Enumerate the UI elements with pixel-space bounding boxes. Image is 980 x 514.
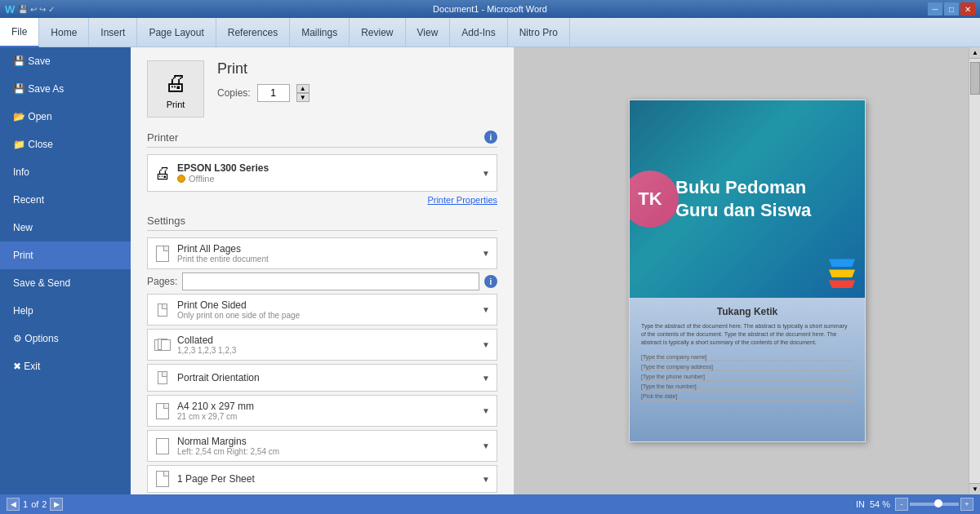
cover-field-phone: [Type the phone number]: [641, 373, 853, 381]
status-left: ◀ 1 of 2 ▶: [7, 498, 849, 511]
print-button[interactable]: 🖨 Print: [147, 60, 204, 117]
chevron-red: [829, 280, 855, 288]
quick-access-icons: 💾 ↩ ↪ ✓: [18, 5, 54, 14]
printer-info-icon[interactable]: i: [484, 131, 497, 144]
cover-abstract: Type the abstract of the document here. …: [641, 322, 853, 346]
paper-icon: [154, 403, 171, 419]
tab-page-layout[interactable]: Page Layout: [137, 18, 216, 47]
minimize-button[interactable]: ─: [928, 2, 942, 16]
copies-down-button[interactable]: ▼: [296, 93, 310, 102]
current-page: 1: [23, 499, 28, 509]
status-bar: ◀ 1 of 2 ▶ IN 54 % - +: [0, 494, 980, 514]
cover-emblem: [829, 259, 855, 288]
print-panel: 🖨 Print Print Copies: ▲ ▼ Printer i: [131, 47, 514, 494]
print-header-area: 🖨 Print Print Copies: ▲ ▼: [147, 60, 497, 117]
orientation-main: Portrait Orientation: [177, 372, 490, 383]
sidebar-item-close[interactable]: 📁 Close: [0, 131, 131, 158]
printer-section-label: Printer: [147, 131, 178, 144]
printer-properties-link[interactable]: Printer Properties: [147, 195, 497, 205]
right-scrollbar[interactable]: ▲ ▼: [969, 47, 980, 494]
sidebar-item-open[interactable]: 📂 Open: [0, 103, 131, 131]
main-area: 💾 Save 💾 Save As 📂 Open 📁 Close Info Rec…: [0, 47, 980, 494]
sidebar-item-options[interactable]: ⚙ Options: [0, 325, 131, 352]
pages-per-sheet-selector[interactable]: 1 Page Per Sheet ▼: [147, 465, 497, 493]
duplex-text: Print One Sided Only print on one side o…: [177, 299, 490, 320]
tab-review[interactable]: Review: [350, 18, 405, 47]
pages-per-sheet-main: 1 Page Per Sheet: [177, 473, 490, 485]
pages-per-sheet-icon: [154, 471, 171, 487]
scroll-down-button[interactable]: ▼: [969, 483, 980, 494]
printer-selector[interactable]: 🖨 EPSON L300 Series Offline ▼: [147, 154, 497, 192]
print-range-selector[interactable]: Print All Pages Print the entire documen…: [147, 237, 497, 269]
sidebar-item-print[interactable]: Print: [0, 241, 131, 269]
scroll-thumb[interactable]: [970, 62, 980, 95]
margins-text: Normal Margins Left: 2,54 cm Right: 2,54…: [177, 436, 490, 456]
scroll-up-button[interactable]: ▲: [969, 47, 980, 59]
sidebar-item-recent[interactable]: Recent: [0, 186, 131, 214]
next-page-button[interactable]: ▶: [50, 498, 63, 511]
sidebar-item-save-as[interactable]: 💾 Save As: [0, 75, 131, 103]
cover-fields: [Type the company name] [Type the compan…: [641, 353, 853, 401]
sidebar-item-new[interactable]: New: [0, 214, 131, 241]
collate-icon: [154, 337, 171, 353]
zoom-slider[interactable]: [910, 503, 959, 506]
duplex-selector[interactable]: Print One Sided Only print on one side o…: [147, 294, 497, 326]
settings-section-header: Settings: [147, 215, 497, 231]
settings-section-label: Settings: [147, 215, 185, 227]
tab-insert[interactable]: Insert: [89, 18, 137, 47]
sidebar-item-save[interactable]: 💾 Save: [0, 47, 131, 75]
pages-info-icon[interactable]: i: [484, 275, 497, 288]
prev-page-button[interactable]: ◀: [7, 498, 20, 511]
pages-input[interactable]: [182, 273, 479, 290]
language-indicator: IN: [856, 499, 865, 509]
scroll-track: [969, 59, 980, 483]
paper-size-selector[interactable]: A4 210 x 297 mm 21 cm x 29,7 cm ▼: [147, 395, 497, 427]
paper-size-text: A4 210 x 297 mm 21 cm x 29,7 cm: [177, 401, 490, 421]
margins-sub: Left: 2,54 cm Right: 2,54 cm: [177, 447, 490, 456]
printer-status: Offline: [177, 174, 475, 184]
zoom-level: 54 %: [870, 499, 890, 509]
tab-references[interactable]: References: [216, 18, 290, 47]
copies-input[interactable]: [257, 84, 290, 102]
cover-title-line2: Guru dan Siswa: [675, 199, 852, 223]
tab-add-ins[interactable]: Add-Ins: [450, 18, 507, 47]
orientation-icon: [154, 370, 171, 386]
cover-bottom: Tukang Ketik Type the abstract of the do…: [630, 298, 865, 441]
tab-mailings[interactable]: Mailings: [290, 18, 350, 47]
tab-home[interactable]: Home: [39, 18, 89, 47]
zoom-out-button[interactable]: -: [895, 498, 908, 511]
cover-top: TK Buku Pedoman Guru dan Siswa: [630, 100, 865, 298]
sidebar-item-exit[interactable]: ✖ Exit: [0, 352, 131, 380]
margins-selector[interactable]: Normal Margins Left: 2,54 cm Right: 2,54…: [147, 430, 497, 462]
paper-size-sub: 21 cm x 29,7 cm: [177, 412, 490, 421]
title-bar-left: W 💾 ↩ ↪ ✓: [5, 3, 55, 16]
printer-device-icon: 🖨: [154, 164, 171, 183]
close-button[interactable]: ✕: [960, 2, 975, 16]
maximize-button[interactable]: □: [944, 2, 959, 16]
cover-field-address: [Type the company address]: [641, 363, 853, 371]
total-pages: 2: [42, 499, 47, 509]
duplex-sub: Only print on one side of the page: [177, 311, 490, 320]
title-bar: W 💾 ↩ ↪ ✓ Document1 - Microsoft Word ─ □…: [0, 0, 980, 18]
tab-view[interactable]: View: [406, 18, 451, 47]
copies-up-button[interactable]: ▲: [296, 84, 310, 93]
orientation-selector[interactable]: Portrait Orientation ▼: [147, 364, 497, 392]
margins-icon: [154, 438, 171, 454]
tab-nitro-pro[interactable]: Nitro Pro: [508, 18, 570, 47]
zoom-thumb[interactable]: [934, 499, 942, 507]
sidebar-item-save-send[interactable]: Save & Send: [0, 269, 131, 297]
sidebar-item-help[interactable]: Help: [0, 297, 131, 325]
preview-panel: ▲ ▼ TK Buku Pedoman Guru dan Siswa: [514, 47, 980, 494]
margins-arrow: ▼: [482, 441, 490, 450]
zoom-in-button[interactable]: +: [960, 498, 973, 511]
book-cover: TK Buku Pedoman Guru dan Siswa: [630, 100, 865, 441]
copies-row: Copies: ▲ ▼: [217, 84, 310, 102]
pages-per-sheet-text: 1 Page Per Sheet: [177, 473, 490, 485]
collate-selector[interactable]: Collated 1,2,3 1,2,3 1,2,3 ▼: [147, 329, 497, 361]
tab-file[interactable]: File: [0, 18, 39, 47]
cover-field-fax: [Type the fax number]: [641, 383, 853, 391]
sidebar-item-info[interactable]: Info: [0, 158, 131, 186]
chevron-blue: [829, 259, 855, 267]
document-preview: TK Buku Pedoman Guru dan Siswa: [629, 100, 866, 442]
title-bar-controls: ─ □ ✕: [928, 2, 975, 16]
